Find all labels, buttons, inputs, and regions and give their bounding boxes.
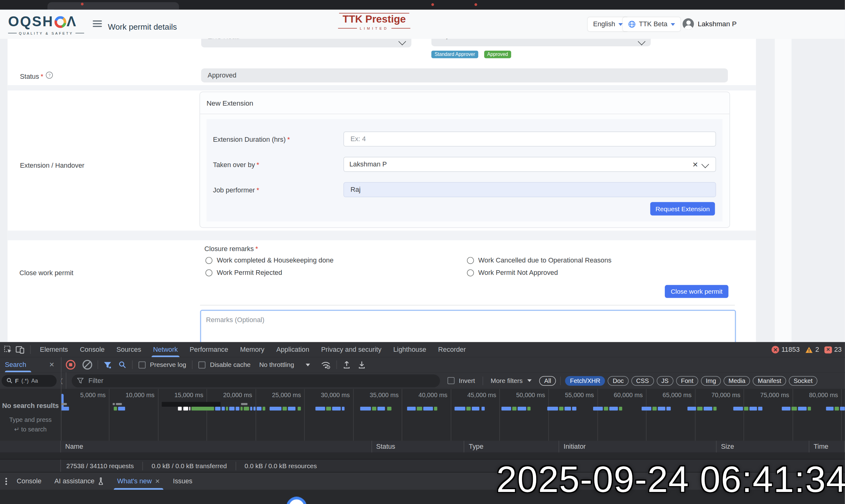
chip-font[interactable]: Font (676, 376, 698, 385)
network-filter-input[interactable] (72, 374, 440, 387)
error-icon[interactable]: ✕ (772, 346, 779, 353)
environment-selector[interactable]: TTK Beta (623, 17, 680, 31)
radio-icon[interactable] (206, 257, 213, 264)
waterfall-bar (704, 407, 712, 410)
closure-option-work-permit-not-approved[interactable]: Work Permit Not Approved (467, 269, 737, 276)
devtools-tab-network[interactable]: Network (147, 342, 184, 357)
devtools-tab-recorder[interactable]: Recorder (432, 342, 472, 357)
devtools-tab-console[interactable]: Console (74, 342, 110, 357)
column-header-name[interactable]: Name (61, 441, 372, 452)
column-header-time[interactable]: Time (809, 441, 845, 452)
waterfall-bar (666, 407, 671, 410)
close-work-permit-button[interactable]: Close work permit (665, 285, 728, 298)
closure-option-work-completed-housekeeping-done[interactable]: Work completed & Housekeeping done (206, 256, 459, 264)
issues-icon[interactable]: ✕ (825, 346, 832, 353)
extension-duration-label: Extension Duration (hrs)* (213, 136, 290, 143)
user-menu[interactable]: Lakshman P (683, 18, 737, 30)
summary-item-0: 27538 / 34110 requests (66, 462, 134, 470)
oqsha-logo[interactable]: OQSHΛ QUALITY & SAFETY (8, 14, 84, 35)
devtools-tab-memory[interactable]: Memory (234, 342, 271, 357)
approver-select-right[interactable]: Raj Kumar Pathvada (431, 39, 651, 46)
clear-icon[interactable]: ✕ (692, 160, 698, 168)
waterfall-bar (758, 407, 762, 410)
pane-divider (66, 372, 66, 389)
help-icon[interactable]: ? (46, 72, 53, 79)
drawer-menu-icon[interactable] (5, 478, 7, 485)
status-select[interactable]: Approved (201, 69, 728, 83)
throttling-select[interactable]: No throttling (259, 361, 294, 368)
preserve-log-checkbox[interactable] (138, 361, 145, 368)
devtools-tab-application[interactable]: Application (271, 342, 315, 357)
closure-option-work-cancelled-due-to-operational-reasons[interactable]: Work Cancelled due to Operational Reason… (467, 256, 737, 264)
filter-icon[interactable] (104, 361, 111, 368)
chip-js[interactable]: JS (656, 376, 673, 385)
match-case-toggle[interactable]: Aa (31, 378, 38, 383)
export-har-icon[interactable] (343, 361, 350, 369)
oqsha-logo-q-ring (54, 16, 66, 28)
device-toolbar-icon[interactable] (16, 346, 25, 354)
language-selector[interactable]: English (588, 17, 628, 31)
column-header-initiator[interactable]: Initiator (559, 441, 717, 452)
search-query-input[interactable]: F (.*) Aa (2, 375, 56, 386)
chip-img[interactable]: Img (701, 376, 721, 385)
radio-icon[interactable] (206, 269, 213, 276)
radio-icon[interactable] (467, 269, 474, 276)
devtools-tab-performance[interactable]: Performance (184, 342, 234, 357)
extension-duration-input[interactable] (349, 134, 710, 143)
drawer-tab-console[interactable]: Console (10, 472, 48, 490)
chip-fetch-xhr[interactable]: Fetch/XHR (565, 376, 605, 385)
chip-manifest[interactable]: Manifest (753, 376, 786, 385)
warning-count[interactable]: 2 (815, 346, 819, 353)
chip-css[interactable]: CSS (632, 376, 654, 385)
invert-checkbox[interactable] (448, 377, 455, 384)
taken-over-by-select[interactable]: Lakshman P ✕ (343, 157, 716, 172)
approver-select-left[interactable]: EHS Head (201, 39, 411, 48)
request-extension-button[interactable]: Request Extension (650, 202, 715, 216)
chevron-down-icon[interactable] (701, 161, 709, 168)
waterfall-bar (501, 407, 511, 410)
drawer-tab-ai-assistance[interactable]: AI assistance (48, 472, 111, 490)
error-count[interactable]: 11853 (781, 346, 799, 353)
issue-count[interactable]: 23 (834, 346, 842, 353)
devtools-tab-sources[interactable]: Sources (111, 342, 147, 357)
timestamp-overlay: 2025-09-24 06:41:34 (496, 458, 845, 500)
chip-doc[interactable]: Doc (608, 376, 628, 385)
devtools-tab-lighthouse[interactable]: Lighthouse (387, 342, 432, 357)
drawer-tab-what-s-new[interactable]: What's new✕ (111, 472, 166, 490)
devtools-tab-elements[interactable]: Elements (34, 342, 74, 357)
browser-tab[interactable] (48, 2, 179, 10)
chip-media[interactable]: Media (724, 376, 750, 385)
close-tab-icon[interactable]: ✕ (155, 478, 160, 485)
waterfall-bar (466, 407, 471, 410)
disable-cache-checkbox[interactable] (199, 361, 206, 368)
close-search-icon[interactable]: ✕ (49, 361, 55, 368)
network-overview-timeline[interactable]: 5,000 ms10,000 ms15,000 ms20,000 ms25,00… (0, 389, 845, 441)
clear-network-log-icon[interactable] (83, 360, 92, 370)
column-header-size[interactable]: Size (717, 441, 809, 452)
taken-over-by-label: Taken over by* (213, 161, 259, 168)
job-performer-label: Job performer* (213, 186, 259, 194)
network-conditions-icon[interactable] (321, 361, 331, 369)
record-network-log-icon[interactable] (66, 360, 75, 370)
closure-option-work-permit-rejected[interactable]: Work Permit Rejected (206, 269, 459, 276)
chip-socket[interactable]: Socket (789, 376, 817, 385)
import-har-icon[interactable] (358, 361, 366, 369)
column-header-status[interactable]: Status (372, 441, 465, 452)
inspect-element-icon[interactable] (4, 345, 12, 354)
radio-icon[interactable] (467, 257, 474, 264)
job-performer-input[interactable] (349, 185, 710, 194)
warning-icon[interactable] (805, 346, 813, 353)
chip-all[interactable]: All (539, 376, 556, 385)
work-permit-form: EHS Head Raj Kumar Pathvada Standard App… (7, 39, 756, 342)
devtools-tab-privacy-and-security[interactable]: Privacy and security (315, 342, 387, 357)
timeline-gridline (841, 389, 842, 441)
menu-icon[interactable] (93, 19, 102, 29)
waterfall-bar (244, 407, 249, 410)
search-network-icon[interactable] (119, 361, 126, 368)
column-header-type[interactable]: Type (465, 441, 559, 452)
search-tab[interactable]: Search (5, 361, 26, 368)
drawer-tab-issues[interactable]: Issues (166, 472, 199, 490)
regex-toggle[interactable]: (.*) (21, 378, 29, 383)
chevron-down-icon[interactable] (306, 363, 310, 366)
more-filters[interactable]: More filters (491, 377, 523, 384)
